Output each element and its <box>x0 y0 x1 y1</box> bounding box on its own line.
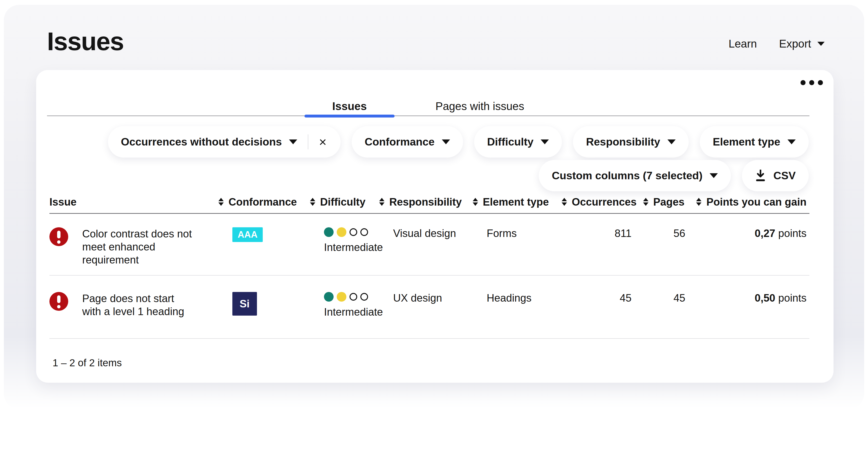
issue-title: Color contrast does not meet enhanced re… <box>82 227 192 266</box>
pill-divider <box>308 134 308 149</box>
column-header-occurrences[interactable]: Occurrences <box>562 196 637 208</box>
conformance-cell: AAA <box>218 227 310 266</box>
column-header-points[interactable]: Points you can gain <box>693 196 809 208</box>
conformance-filter-dropdown[interactable]: Conformance <box>352 126 463 158</box>
points-cell: 0,50 points <box>693 292 809 318</box>
occurrences-cell: 811 <box>562 227 637 266</box>
column-header-pages[interactable]: Pages <box>637 196 693 208</box>
issues-table: Issue Conformance Difficulty Responsibil… <box>50 191 809 339</box>
column-label: Element type <box>483 196 549 208</box>
difficulty-filter-label: Difficulty <box>487 136 534 148</box>
points-value: 0,27 <box>755 227 775 239</box>
difficulty-dot-filled <box>337 227 346 237</box>
custom-columns-label: Custom columns (7 selected) <box>552 169 703 182</box>
column-label: Issue <box>50 196 76 208</box>
points-suffix: points <box>778 292 807 304</box>
column-label: Pages <box>653 196 685 208</box>
chevron-down-icon <box>710 173 718 178</box>
filters-area: Occurrences without decisions × Conforma… <box>47 126 809 191</box>
export-button[interactable]: Export <box>779 37 825 50</box>
occurrences-cell: 45 <box>562 292 637 318</box>
difficulty-label: Intermediate <box>324 241 379 254</box>
more-menu-button[interactable] <box>801 80 823 85</box>
column-label: Difficulty <box>320 196 365 208</box>
ellipsis-dot <box>809 80 814 85</box>
element-type-filter-label: Element type <box>713 136 780 148</box>
column-header-conformance[interactable]: Conformance <box>218 196 310 208</box>
csv-label: CSV <box>773 169 796 182</box>
filter-row-2: Custom columns (7 selected) CSV <box>539 160 809 191</box>
issue-title: Page does not start with a level 1 headi… <box>82 292 184 318</box>
pagination-summary: 1 – 2 of 2 items <box>53 357 122 369</box>
tab-issues[interactable]: Issues <box>304 100 394 116</box>
tab-pages-with-issues[interactable]: Pages with issues <box>408 100 552 116</box>
conformance-filter-label: Conformance <box>365 136 435 148</box>
active-filter-pill[interactable]: Occurrences without decisions × <box>108 126 341 158</box>
column-label: Responsibility <box>389 196 462 208</box>
responsibility-filter-label: Responsibility <box>586 136 660 148</box>
points-suffix: points <box>778 227 807 239</box>
top-bar: Issues Learn Export <box>47 28 825 54</box>
element-type-cell: Forms <box>473 227 562 266</box>
table-row[interactable]: Color contrast does not meet enhanced re… <box>50 214 809 276</box>
column-header-element-type[interactable]: Element type <box>473 196 562 208</box>
issues-card: Issues Pages with issues Occurrences wit… <box>36 70 834 383</box>
sort-icon <box>310 198 315 206</box>
issue-cell: Color contrast does not meet enhanced re… <box>50 227 218 266</box>
chevron-down-icon <box>817 42 825 46</box>
ellipsis-dot <box>801 80 806 85</box>
table-header-row: Issue Conformance Difficulty Responsibil… <box>50 191 809 214</box>
responsibility-filter-dropdown[interactable]: Responsibility <box>573 126 689 158</box>
column-header-difficulty[interactable]: Difficulty <box>310 196 379 208</box>
difficulty-dot-empty <box>349 228 357 236</box>
active-filter-label: Occurrences without decisions <box>121 136 282 148</box>
sort-icon <box>379 198 384 206</box>
difficulty-dot-filled <box>337 292 346 302</box>
conformance-badge: Si <box>232 292 257 316</box>
conformance-cell: Si <box>218 292 310 318</box>
table-row[interactable]: Page does not start with a level 1 headi… <box>50 276 809 339</box>
difficulty-label: Intermediate <box>324 306 379 318</box>
sort-icon <box>696 198 702 206</box>
csv-export-button[interactable]: CSV <box>742 160 809 191</box>
export-label: Export <box>779 37 811 50</box>
tab-bar: Issues Pages with issues <box>47 100 809 116</box>
element-type-filter-dropdown[interactable]: Element type <box>700 126 809 158</box>
chevron-down-icon <box>442 139 450 144</box>
difficulty-dot-empty <box>360 228 368 236</box>
difficulty-dot-empty <box>360 293 368 301</box>
difficulty-cell: Intermediate <box>310 292 379 318</box>
clear-filter-button[interactable]: × <box>318 135 328 148</box>
responsibility-cell: Visual design <box>379 227 473 266</box>
tab-pages-with-issues-label: Pages with issues <box>436 100 524 112</box>
ellipsis-dot <box>818 80 823 85</box>
sort-icon <box>562 198 567 206</box>
chevron-down-icon <box>289 139 297 144</box>
difficulty-dots <box>324 227 379 237</box>
pages-cell: 56 <box>637 227 693 266</box>
column-header-issue[interactable]: Issue <box>50 196 218 208</box>
column-header-responsibility[interactable]: Responsibility <box>379 196 473 208</box>
column-label: Occurrences <box>572 196 637 208</box>
difficulty-cell: Intermediate <box>310 227 379 266</box>
error-icon <box>50 227 68 246</box>
sort-icon <box>218 198 224 206</box>
points-cell: 0,27 points <box>693 227 809 266</box>
difficulty-filter-dropdown[interactable]: Difficulty <box>474 126 562 158</box>
chevron-down-icon <box>668 139 676 144</box>
top-links: Learn Export <box>728 37 825 54</box>
difficulty-dot-empty <box>349 293 357 301</box>
sort-icon <box>473 198 478 206</box>
active-tab-indicator <box>304 115 394 117</box>
column-label: Points you can gain <box>706 196 807 208</box>
element-type-cell: Headings <box>473 292 562 318</box>
page: Issues Learn Export Issues Pages with is… <box>0 0 868 450</box>
points-value: 0,50 <box>755 292 775 304</box>
filter-row-1: Occurrences without decisions × Conforma… <box>108 126 809 158</box>
sort-icon <box>643 198 648 206</box>
chevron-down-icon <box>787 139 796 144</box>
learn-link[interactable]: Learn <box>728 37 757 50</box>
conformance-badge: AAA <box>232 227 263 242</box>
tab-issues-label: Issues <box>332 100 367 112</box>
custom-columns-dropdown[interactable]: Custom columns (7 selected) <box>539 160 731 191</box>
